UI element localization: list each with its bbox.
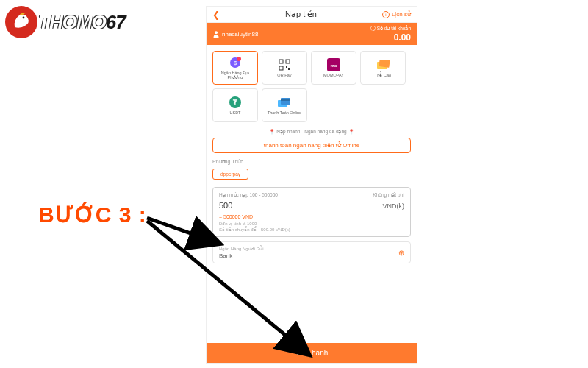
history-link[interactable]: i Lịch sử [382, 11, 411, 18]
app-screen: ❮ Nạp tiền i Lịch sử nhacaiuytin88 ⓘ Số … [206, 6, 417, 364]
page-title: Nạp tiền [220, 10, 382, 19]
tagline: 📍 Nạp nhanh - Ngân hàng đa dạng 📍 [207, 128, 417, 138]
amount-converted: = 500000 VND [219, 214, 404, 219]
proceed-button[interactable]: Tiến hành [207, 343, 417, 363]
pin-icon: 📍 [269, 129, 275, 134]
step-callout: BƯỚC 3 : [38, 202, 147, 227]
cards-icon [278, 96, 291, 109]
svg-rect-18 [281, 98, 290, 105]
provider-section-label: Phương Thức [207, 158, 417, 166]
back-icon[interactable]: ❮ [212, 10, 220, 20]
amount-value[interactable]: 500 [219, 201, 232, 210]
user-icon [212, 30, 220, 38]
amount-unit: VND(k) [383, 202, 405, 210]
svg-text:$: $ [234, 60, 237, 66]
svg-point-1 [23, 17, 25, 19]
app-header: ❮ Nạp tiền i Lịch sử [207, 7, 417, 23]
payment-methods-grid: $ Ngân Hàng Địa Phương QR Pay mo MOMOPAY… [207, 45, 417, 128]
method-qr-pay[interactable]: QR Pay [262, 51, 307, 85]
svg-rect-9 [286, 66, 287, 68]
rooster-logo-icon [4, 5, 38, 39]
method-local-bank[interactable]: $ Ngân Hàng Địa Phương [212, 51, 258, 85]
amount-fee-text: Không mất phí [373, 192, 404, 198]
svg-rect-10 [288, 68, 290, 70]
amount-note-1: Đơn vị tính là 1000 [219, 221, 404, 226]
svg-point-2 [215, 31, 218, 34]
svg-rect-7 [286, 60, 290, 63]
svg-rect-8 [279, 66, 283, 70]
offline-bank-button[interactable]: thanh toán ngân hàng điện tử Offline [212, 138, 411, 153]
user-balance-strip: nhacaiuytin88 ⓘ Số dư tài khoản 0.00 [207, 23, 417, 45]
username: nhacaiuytin88 [222, 31, 258, 38]
card-icon [376, 58, 390, 71]
usdt-icon: ₮ [229, 96, 242, 109]
svg-rect-19 [281, 99, 290, 101]
svg-point-5 [237, 57, 241, 61]
balance-label: ⓘ Số dư tài khoản [370, 26, 411, 32]
method-usdt[interactable]: ₮ USDT [212, 88, 258, 122]
logo-text: THOMO67 [38, 11, 126, 34]
add-bank-icon[interactable]: ⊕ [398, 249, 404, 257]
amount-input-box[interactable]: Hạn mức nạp 100 - 500000 Không mất phí 5… [212, 187, 411, 237]
site-logo: THOMO67 [4, 4, 151, 40]
amount-note-2: Số tiền chuyển đổi : 500.00 VND(k) [219, 227, 404, 232]
bank-icon: $ [229, 56, 242, 69]
clock-icon: i [382, 11, 390, 18]
method-scratch-card[interactable]: Thẻ Cào [360, 51, 406, 85]
svg-rect-6 [279, 60, 283, 63]
method-momopay[interactable]: mo MOMOPAY [311, 51, 356, 85]
method-online-payment[interactable]: Thanh Toán Online [262, 88, 307, 122]
amount-limit-text: Hạn mức nạp 100 - 500000 [219, 192, 278, 198]
momo-icon: mo [327, 58, 340, 71]
bank-selected-value: Bank [219, 252, 404, 259]
bank-field-label: Ngân Hàng Người Gửi [219, 246, 404, 251]
balance-value: 0.00 [370, 32, 411, 43]
pin-icon: 📍 [348, 129, 354, 134]
svg-text:₮: ₮ [232, 99, 237, 106]
svg-text:mo: mo [331, 63, 337, 68]
bank-select-box[interactable]: Ngân Hàng Người Gửi Bank ⊕ [212, 241, 411, 263]
qr-icon [278, 58, 291, 71]
provider-chip[interactable]: dpperpay [212, 169, 248, 180]
